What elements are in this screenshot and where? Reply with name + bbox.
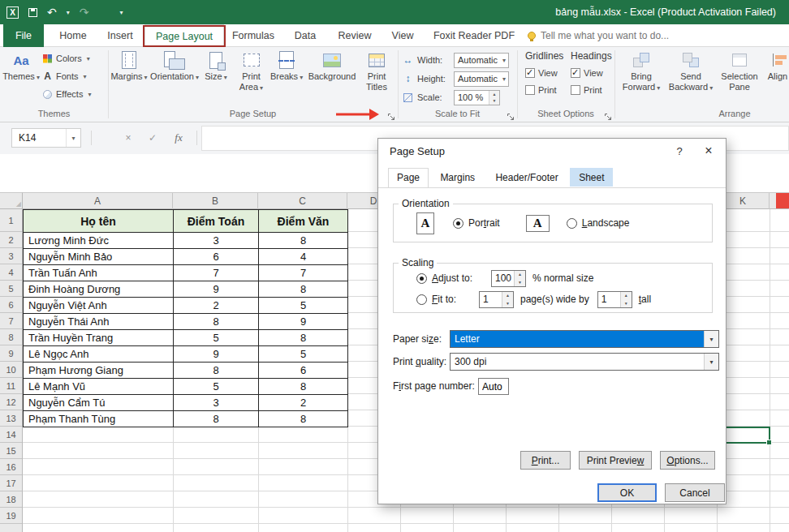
row-header[interactable]: 13 (0, 410, 22, 427)
row-header[interactable]: 18 (0, 491, 22, 508)
effects-button[interactable]: Effects▾ (42, 86, 91, 102)
table-header-cell[interactable]: Điểm Toán (174, 210, 259, 233)
row-header[interactable]: 7 (0, 313, 22, 329)
table-header-cell[interactable]: Họ tên (24, 210, 174, 233)
table-cell[interactable]: Trần Tuấn Anh (24, 265, 174, 281)
spin-down-icon[interactable]: ▼ (489, 97, 499, 105)
landscape-radio[interactable] (567, 218, 577, 229)
table-cell[interactable]: 8 (174, 363, 259, 379)
column-header[interactable]: A (23, 193, 173, 209)
fit-to-radio[interactable] (416, 294, 427, 305)
dialog-tab-sheet[interactable]: Sheet (570, 168, 613, 187)
table-cell[interactable]: 8 (259, 379, 348, 395)
save-icon[interactable] (28, 8, 37, 17)
table-cell[interactable]: 8 (259, 281, 348, 298)
column-header[interactable]: C (258, 193, 347, 209)
table-cell[interactable]: 7 (174, 265, 259, 281)
scale-stepper[interactable]: 100 % ▲▼ (454, 90, 500, 105)
fx-button[interactable]: fx (169, 128, 188, 148)
print-quality-select[interactable]: 300 dpi ▾ (450, 353, 719, 371)
table-cell[interactable]: Lê Ngọc Anh (24, 346, 174, 363)
table-cell[interactable]: Phạm Thanh Tùng (24, 411, 174, 427)
size-button[interactable]: Size▾ (201, 49, 231, 83)
ribbon-tab-review[interactable]: Review (331, 24, 378, 47)
undo-caret-icon[interactable]: ▾ (67, 9, 70, 16)
table-cell[interactable]: Nguyễn Minh Bảo (24, 249, 174, 265)
align-button[interactable]: Align▾ (764, 49, 789, 83)
combo-caret-icon[interactable]: ▾ (704, 354, 718, 370)
combo-caret-icon[interactable]: ▾ (704, 331, 718, 347)
print-area-button[interactable]: Print Area▾ (233, 49, 269, 93)
table-cell[interactable]: Trần Huyền Trang (24, 330, 174, 346)
ribbon-tab-formulas[interactable]: Formulas (227, 24, 279, 47)
row-header[interactable]: 12 (0, 394, 22, 410)
breaks-button[interactable]: Breaks▾ (270, 49, 303, 83)
row-header[interactable]: 4 (0, 264, 22, 281)
formula-cancel-button[interactable]: × (119, 128, 138, 148)
ribbon-tab-home[interactable]: Home (50, 24, 96, 47)
gridlines-print-checkbox[interactable]: Print (525, 85, 557, 95)
dialog-tab-header-footer[interactable]: Header/Footer (486, 168, 567, 187)
table-cell[interactable]: 3 (174, 395, 259, 411)
paper-size-select[interactable]: Letter ▾ (450, 330, 719, 348)
options-button[interactable]: Options... (660, 451, 715, 470)
table-cell[interactable]: Phạm Hương Giang (24, 363, 174, 379)
sheet-options-launcher[interactable] (604, 110, 613, 119)
spin-down-icon[interactable]: ▼ (621, 299, 632, 307)
row-header[interactable]: 6 (0, 297, 22, 313)
first-page-number-input[interactable] (478, 378, 509, 395)
table-cell[interactable]: 7 (259, 265, 348, 281)
adjust-spinner[interactable]: 100 ▲▼ (491, 270, 526, 287)
print-preview-button[interactable]: Print Preview (579, 451, 652, 470)
ok-button[interactable]: OK (597, 483, 657, 502)
orientation-button[interactable]: Orientation▾ (150, 49, 199, 83)
dialog-help-button[interactable]: ? (667, 145, 692, 157)
name-box[interactable]: K14 ▾ (11, 128, 81, 148)
table-cell[interactable]: Lương Minh Đức (24, 233, 174, 249)
table-cell[interactable]: 4 (259, 249, 348, 265)
select-all-corner[interactable]: ◢ (0, 192, 23, 209)
pages-tall-spinner[interactable]: 1 ▲▼ (597, 291, 632, 308)
width-select[interactable]: Automatic ▾ (454, 53, 509, 68)
scale-to-fit-launcher[interactable] (507, 110, 515, 119)
dialog-tab-page[interactable]: Page (388, 168, 429, 187)
height-select[interactable]: Automatic ▾ (454, 71, 509, 87)
table-cell[interactable]: 6 (259, 363, 348, 379)
table-cell[interactable]: 8 (259, 330, 348, 346)
table-cell[interactable]: 8 (259, 411, 348, 427)
table-cell[interactable]: Nguyễn Thái Anh (24, 314, 174, 330)
spin-up-icon[interactable]: ▲ (621, 292, 632, 300)
fit-to-label[interactable]: Fit to: (432, 294, 468, 305)
adjust-to-label[interactable]: Adjust to: (432, 272, 481, 284)
portrait-label[interactable]: Portrait (468, 217, 500, 229)
table-cell[interactable]: Nguyễn Cẩm Tú (24, 395, 174, 411)
spin-up-icon[interactable]: ▲ (502, 292, 513, 300)
ribbon-tab-view[interactable]: View (382, 24, 424, 47)
tell-me[interactable]: Tell me what you want to do... (528, 24, 669, 47)
row-header[interactable]: 10 (0, 362, 22, 378)
ribbon-tab-insert[interactable]: Insert (99, 24, 141, 47)
headings-view-checkbox[interactable]: View (571, 68, 603, 78)
table-cell[interactable]: 5 (259, 346, 348, 363)
headings-print-checkbox[interactable]: Print (571, 85, 602, 95)
table-cell[interactable]: 3 (174, 233, 259, 249)
spin-up-icon[interactable]: ▲ (515, 271, 525, 279)
formula-enter-button[interactable]: ✓ (143, 128, 162, 148)
table-cell[interactable]: 9 (174, 346, 259, 363)
table-cell[interactable]: 6 (174, 249, 259, 265)
table-cell[interactable]: 9 (174, 281, 259, 298)
cancel-button[interactable]: Cancel (665, 483, 725, 502)
print-titles-button[interactable]: Print Titles (358, 49, 395, 92)
row-header[interactable]: 8 (0, 329, 22, 345)
spin-up-icon[interactable]: ▲ (489, 91, 499, 98)
redo-icon[interactable]: ↷ (80, 0, 89, 24)
row-header[interactable]: 16 (0, 459, 22, 475)
adjust-to-radio[interactable] (416, 273, 427, 284)
pages-wide-spinner[interactable]: 1 ▲▼ (479, 291, 514, 308)
row-header[interactable]: 14 (0, 427, 22, 443)
gridlines-view-checkbox[interactable]: View (525, 68, 558, 78)
row-header[interactable]: 17 (0, 475, 22, 491)
table-cell[interactable]: 9 (259, 314, 348, 330)
ribbon-tab-foxit[interactable]: Foxit Reader PDF (429, 24, 520, 47)
background-button[interactable]: Background (306, 49, 358, 82)
